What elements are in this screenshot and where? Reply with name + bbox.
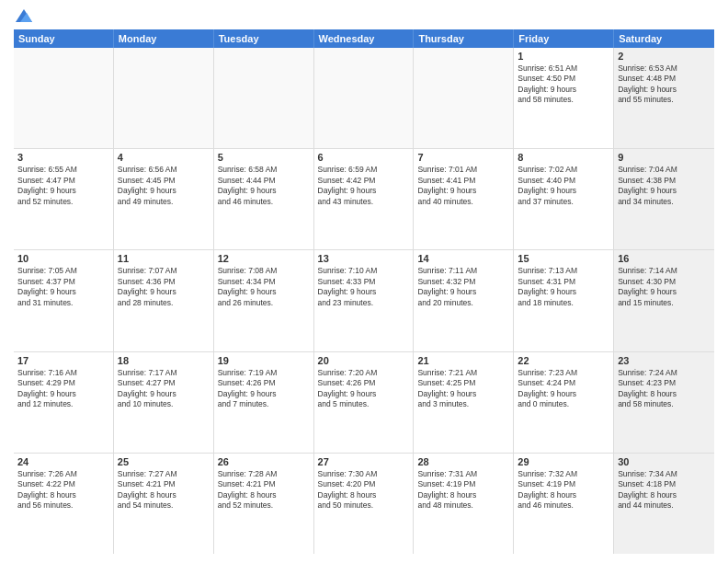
day-info: Sunrise: 7:26 AMSunset: 4:22 PMDaylight:… — [17, 469, 109, 511]
cal-cell: 28Sunrise: 7:31 AMSunset: 4:19 PMDayligh… — [414, 454, 514, 554]
cal-cell — [114, 48, 214, 148]
day-info: Sunrise: 7:13 AMSunset: 4:31 PMDaylight:… — [518, 266, 609, 308]
day-info: Sunrise: 7:07 AMSunset: 4:36 PMDaylight:… — [118, 266, 210, 308]
day-number: 19 — [218, 355, 310, 366]
cal-cell: 1Sunrise: 6:51 AMSunset: 4:50 PMDaylight… — [514, 48, 614, 148]
calendar-body: 1Sunrise: 6:51 AMSunset: 4:50 PMDaylight… — [14, 48, 714, 554]
day-number: 28 — [417, 456, 509, 467]
header-cell-friday: Friday — [514, 29, 614, 48]
day-number: 25 — [118, 456, 210, 467]
day-info: Sunrise: 7:30 AMSunset: 4:20 PMDaylight:… — [318, 469, 410, 511]
day-number: 21 — [417, 355, 509, 366]
cal-cell: 16Sunrise: 7:14 AMSunset: 4:30 PMDayligh… — [614, 250, 714, 350]
day-number: 1 — [518, 51, 609, 62]
cal-cell: 25Sunrise: 7:27 AMSunset: 4:21 PMDayligh… — [114, 454, 214, 554]
header-cell-wednesday: Wednesday — [314, 29, 415, 48]
cal-cell: 10Sunrise: 7:05 AMSunset: 4:37 PMDayligh… — [14, 250, 114, 350]
day-info: Sunrise: 6:51 AMSunset: 4:50 PMDaylight:… — [518, 63, 609, 106]
cal-cell — [414, 48, 514, 148]
cal-cell — [14, 48, 114, 148]
cal-cell: 19Sunrise: 7:19 AMSunset: 4:26 PMDayligh… — [214, 352, 314, 453]
day-number: 12 — [218, 253, 310, 264]
day-info: Sunrise: 7:08 AMSunset: 4:34 PMDaylight:… — [218, 266, 310, 308]
cal-cell: 22Sunrise: 7:23 AMSunset: 4:24 PMDayligh… — [514, 352, 614, 453]
header-cell-tuesday: Tuesday — [214, 29, 314, 48]
day-number: 16 — [618, 253, 711, 264]
cal-cell: 6Sunrise: 6:59 AMSunset: 4:42 PMDaylight… — [314, 149, 415, 249]
day-info: Sunrise: 7:27 AMSunset: 4:21 PMDaylight:… — [118, 469, 210, 511]
cal-cell: 23Sunrise: 7:24 AMSunset: 4:23 PMDayligh… — [614, 352, 714, 453]
cal-cell: 18Sunrise: 7:17 AMSunset: 4:27 PMDayligh… — [114, 352, 214, 453]
day-info: Sunrise: 7:11 AMSunset: 4:32 PMDaylight:… — [417, 266, 509, 308]
day-number: 6 — [318, 152, 410, 163]
day-info: Sunrise: 7:01 AMSunset: 4:41 PMDaylight:… — [417, 165, 509, 207]
day-number: 18 — [118, 355, 210, 366]
header-cell-sunday: Sunday — [14, 29, 114, 48]
cal-cell: 5Sunrise: 6:58 AMSunset: 4:44 PMDaylight… — [214, 149, 314, 249]
day-info: Sunrise: 6:58 AMSunset: 4:44 PMDaylight:… — [218, 165, 310, 207]
day-info: Sunrise: 6:53 AMSunset: 4:48 PMDaylight:… — [618, 63, 711, 106]
day-info: Sunrise: 7:19 AMSunset: 4:26 PMDaylight:… — [218, 368, 310, 410]
calendar: SundayMondayTuesdayWednesdayThursdayFrid… — [14, 29, 714, 554]
day-info: Sunrise: 6:59 AMSunset: 4:42 PMDaylight:… — [318, 165, 410, 207]
day-info: Sunrise: 7:10 AMSunset: 4:33 PMDaylight:… — [318, 266, 410, 308]
cal-cell: 27Sunrise: 7:30 AMSunset: 4:20 PMDayligh… — [314, 454, 415, 554]
cal-cell: 29Sunrise: 7:32 AMSunset: 4:19 PMDayligh… — [514, 454, 614, 554]
day-number: 26 — [218, 456, 310, 467]
cal-cell: 4Sunrise: 6:56 AMSunset: 4:45 PMDaylight… — [114, 149, 214, 249]
cal-cell: 2Sunrise: 6:53 AMSunset: 4:48 PMDaylight… — [614, 48, 714, 148]
day-info: Sunrise: 7:31 AMSunset: 4:19 PMDaylight:… — [417, 469, 509, 511]
calendar-row-5: 24Sunrise: 7:26 AMSunset: 4:22 PMDayligh… — [14, 454, 714, 554]
cal-cell: 14Sunrise: 7:11 AMSunset: 4:32 PMDayligh… — [414, 250, 514, 350]
logo-icon — [16, 9, 32, 22]
header-cell-monday: Monday — [114, 29, 214, 48]
calendar-row-4: 17Sunrise: 7:16 AMSunset: 4:29 PMDayligh… — [14, 352, 714, 454]
day-number: 8 — [518, 152, 609, 163]
header — [14, 9, 714, 22]
day-number: 20 — [318, 355, 410, 366]
day-info: Sunrise: 7:05 AMSunset: 4:37 PMDaylight:… — [17, 266, 109, 308]
logo — [14, 9, 32, 22]
day-number: 15 — [518, 253, 609, 264]
cal-cell: 12Sunrise: 7:08 AMSunset: 4:34 PMDayligh… — [214, 250, 314, 350]
day-number: 11 — [118, 253, 210, 264]
day-info: Sunrise: 7:02 AMSunset: 4:40 PMDaylight:… — [518, 165, 609, 207]
cal-cell: 17Sunrise: 7:16 AMSunset: 4:29 PMDayligh… — [14, 352, 114, 453]
day-number: 3 — [17, 152, 109, 163]
cal-cell — [314, 48, 415, 148]
day-number: 2 — [618, 51, 711, 62]
cal-cell: 13Sunrise: 7:10 AMSunset: 4:33 PMDayligh… — [314, 250, 415, 350]
day-info: Sunrise: 7:17 AMSunset: 4:27 PMDaylight:… — [118, 368, 210, 410]
calendar-header: SundayMondayTuesdayWednesdayThursdayFrid… — [14, 29, 714, 48]
cal-cell: 26Sunrise: 7:28 AMSunset: 4:21 PMDayligh… — [214, 454, 314, 554]
day-info: Sunrise: 6:55 AMSunset: 4:47 PMDaylight:… — [17, 165, 109, 207]
header-cell-thursday: Thursday — [414, 29, 514, 48]
day-info: Sunrise: 6:56 AMSunset: 4:45 PMDaylight:… — [118, 165, 210, 207]
day-number: 22 — [518, 355, 609, 366]
day-number: 24 — [17, 456, 109, 467]
calendar-row-3: 10Sunrise: 7:05 AMSunset: 4:37 PMDayligh… — [14, 250, 714, 351]
day-info: Sunrise: 7:23 AMSunset: 4:24 PMDaylight:… — [518, 368, 609, 410]
day-number: 14 — [417, 253, 509, 264]
day-number: 13 — [318, 253, 410, 264]
day-info: Sunrise: 7:14 AMSunset: 4:30 PMDaylight:… — [618, 266, 711, 308]
day-number: 9 — [618, 152, 711, 163]
day-number: 17 — [17, 355, 109, 366]
day-info: Sunrise: 7:28 AMSunset: 4:21 PMDaylight:… — [218, 469, 310, 511]
day-info: Sunrise: 7:04 AMSunset: 4:38 PMDaylight:… — [618, 165, 711, 207]
day-info: Sunrise: 7:34 AMSunset: 4:18 PMDaylight:… — [618, 469, 711, 511]
header-cell-saturday: Saturday — [614, 29, 714, 48]
day-info: Sunrise: 7:32 AMSunset: 4:19 PMDaylight:… — [518, 469, 609, 511]
day-info: Sunrise: 7:24 AMSunset: 4:23 PMDaylight:… — [618, 368, 711, 410]
cal-cell: 7Sunrise: 7:01 AMSunset: 4:41 PMDaylight… — [414, 149, 514, 249]
day-info: Sunrise: 7:21 AMSunset: 4:25 PMDaylight:… — [417, 368, 509, 410]
day-info: Sunrise: 7:20 AMSunset: 4:26 PMDaylight:… — [318, 368, 410, 410]
day-number: 23 — [618, 355, 711, 366]
day-number: 30 — [618, 456, 711, 467]
page: SundayMondayTuesdayWednesdayThursdayFrid… — [0, 0, 728, 563]
logo-text — [14, 9, 32, 22]
cal-cell — [214, 48, 314, 148]
day-number: 4 — [118, 152, 210, 163]
cal-cell: 11Sunrise: 7:07 AMSunset: 4:36 PMDayligh… — [114, 250, 214, 350]
day-number: 7 — [417, 152, 509, 163]
